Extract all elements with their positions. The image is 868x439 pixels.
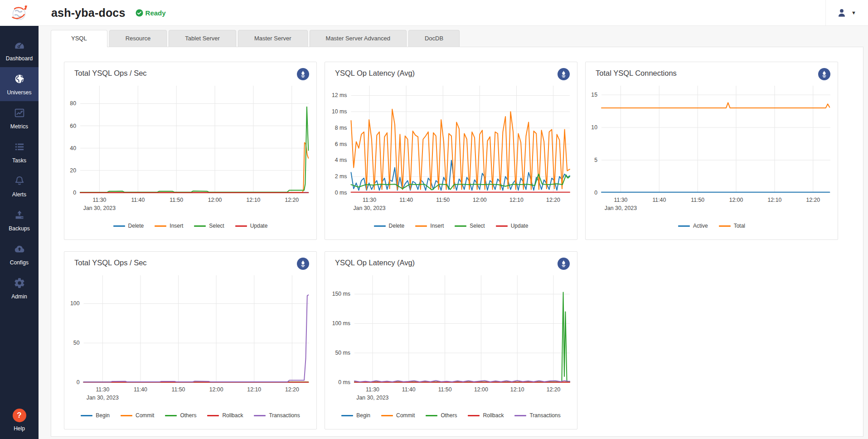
- legend-item-others[interactable]: Others: [165, 412, 196, 419]
- svg-text:12:10: 12:10: [510, 386, 524, 393]
- legend-item-commit[interactable]: Commit: [381, 412, 415, 419]
- prometheus-icon[interactable]: [558, 258, 570, 270]
- sidebar-item-backups[interactable]: Backups: [0, 203, 39, 237]
- sidebar-item-universes[interactable]: Universes: [0, 67, 39, 101]
- chart-title: Total YSQL Connections: [586, 62, 838, 78]
- tab-master-server-advanced[interactable]: Master Server Advanced: [310, 30, 407, 47]
- svg-text:0: 0: [73, 190, 76, 196]
- legend-item-active[interactable]: Active: [678, 223, 708, 229]
- legend-item-insert[interactable]: Insert: [415, 223, 444, 229]
- svg-text:100: 100: [70, 300, 80, 307]
- legend-swatch: [415, 225, 427, 227]
- svg-text:12:20: 12:20: [285, 197, 299, 203]
- tasks-icon: [14, 141, 25, 155]
- legend-label: Others: [441, 412, 457, 419]
- svg-text:11:50: 11:50: [170, 197, 183, 203]
- legend-item-select[interactable]: Select: [455, 223, 485, 229]
- legend-item-update[interactable]: Update: [496, 223, 529, 229]
- svg-text:11:30: 11:30: [363, 197, 376, 203]
- legend-item-transactions[interactable]: Transactions: [254, 412, 300, 419]
- sidebar-item-dashboard[interactable]: Dashboard: [0, 33, 39, 67]
- legend-label: Update: [250, 223, 268, 229]
- legend-label: Insert: [170, 223, 183, 229]
- legend-swatch: [207, 415, 219, 416]
- tab-tablet-server[interactable]: Tablet Server: [169, 30, 236, 47]
- legend-item-update[interactable]: Update: [235, 223, 268, 229]
- svg-text:11:40: 11:40: [652, 197, 666, 203]
- legend-item-rollback[interactable]: Rollback: [468, 412, 504, 419]
- legend-swatch: [81, 415, 92, 416]
- svg-text:10 ms: 10 ms: [332, 108, 347, 115]
- legend-swatch: [235, 225, 247, 227]
- legend-item-delete[interactable]: Delete: [374, 223, 405, 229]
- svg-text:12:20: 12:20: [547, 386, 561, 393]
- chart-legend: BeginCommitOthersRollbackTransactions: [64, 412, 316, 419]
- legend-swatch: [113, 225, 125, 227]
- legend-label: Active: [693, 223, 708, 229]
- tab-resource[interactable]: Resource: [109, 30, 167, 47]
- legend-item-transactions[interactable]: Transactions: [514, 412, 560, 419]
- prometheus-icon[interactable]: [297, 68, 309, 80]
- legend-item-insert[interactable]: Insert: [155, 223, 183, 229]
- user-menu[interactable]: ▼: [825, 0, 868, 25]
- svg-text:80: 80: [70, 100, 76, 107]
- svg-text:11:30: 11:30: [366, 386, 379, 393]
- svg-text:12:00: 12:00: [474, 386, 488, 393]
- sidebar-item-metrics[interactable]: Metrics: [0, 101, 39, 135]
- chart-legend: DeleteInsertSelectUpdate: [64, 223, 316, 229]
- svg-text:40: 40: [70, 145, 76, 151]
- legend-item-begin[interactable]: Begin: [341, 412, 370, 419]
- svg-text:12:10: 12:10: [247, 197, 261, 203]
- sidebar-item-label: Universes: [7, 89, 31, 96]
- svg-text:11:40: 11:40: [399, 197, 413, 203]
- sidebar-item-configs[interactable]: Configs: [0, 237, 39, 271]
- legend-item-begin[interactable]: Begin: [81, 412, 110, 419]
- legend-item-commit[interactable]: Commit: [121, 412, 154, 419]
- tab-bar: YSQLResourceTablet ServerMaster ServerMa…: [51, 30, 868, 47]
- chart-canvas: 05101511:3011:4011:5012:0012:1012:20Jan …: [586, 78, 838, 218]
- svg-text:Jan 30, 2023: Jan 30, 2023: [356, 395, 388, 401]
- tab-docdb[interactable]: DocDB: [408, 30, 460, 47]
- configs-icon: [14, 243, 25, 257]
- svg-text:12:10: 12:10: [247, 386, 261, 393]
- chart-legend: DeleteInsertSelectUpdate: [325, 223, 577, 229]
- legend-swatch: [155, 225, 166, 227]
- svg-text:11:50: 11:50: [438, 386, 452, 393]
- universe-title: ash-yba-docs: [51, 6, 126, 20]
- svg-text:12:20: 12:20: [285, 386, 299, 393]
- legend-swatch: [194, 225, 206, 227]
- sidebar-item-label: Metrics: [10, 123, 28, 130]
- tab-master-server[interactable]: Master Server: [238, 30, 308, 47]
- legend-label: Select: [209, 223, 224, 229]
- sidebar-item-tasks[interactable]: Tasks: [0, 135, 39, 169]
- svg-text:11:50: 11:50: [172, 386, 185, 393]
- chart-canvas: 0 ms50 ms100 ms150 ms11:3011:4011:5012:0…: [325, 268, 577, 408]
- svg-text:Jan 30, 2023: Jan 30, 2023: [83, 205, 116, 211]
- svg-text:0: 0: [77, 379, 80, 385]
- chart-legend: BeginCommitOthersRollbackTransactions: [325, 412, 577, 419]
- legend-swatch: [496, 225, 508, 227]
- svg-text:10: 10: [591, 124, 597, 131]
- chart-canvas: 05010011:3011:4011:5012:0012:1012:20Jan …: [64, 268, 316, 408]
- tab-ysql[interactable]: YSQL: [51, 30, 107, 47]
- help-icon: ?: [13, 409, 26, 422]
- chart-panel-ops-top: Total YSQL Ops / Sec02040608011:3011:401…: [64, 62, 317, 240]
- chart-title: Total YSQL Ops / Sec: [64, 252, 316, 267]
- legend-item-select[interactable]: Select: [194, 223, 224, 229]
- svg-text:12:00: 12:00: [729, 197, 743, 203]
- prometheus-icon[interactable]: [297, 258, 309, 270]
- sidebar-nav: DashboardUniversesMetricsTasksAlertsBack…: [0, 26, 39, 305]
- legend-swatch: [719, 225, 731, 227]
- sidebar-item-help[interactable]: ? Help: [0, 402, 39, 439]
- svg-text:0: 0: [594, 190, 597, 196]
- svg-text:8 ms: 8 ms: [335, 125, 347, 131]
- prometheus-icon[interactable]: [818, 68, 830, 80]
- legend-item-delete[interactable]: Delete: [113, 223, 144, 229]
- sidebar-item-alerts[interactable]: Alerts: [0, 169, 39, 203]
- prometheus-icon[interactable]: [558, 68, 570, 80]
- legend-item-total[interactable]: Total: [719, 223, 745, 229]
- legend-item-others[interactable]: Others: [426, 412, 457, 419]
- legend-item-rollback[interactable]: Rollback: [207, 412, 243, 419]
- yugabyte-logo[interactable]: [0, 0, 39, 26]
- sidebar-item-admin[interactable]: Admin: [0, 271, 39, 305]
